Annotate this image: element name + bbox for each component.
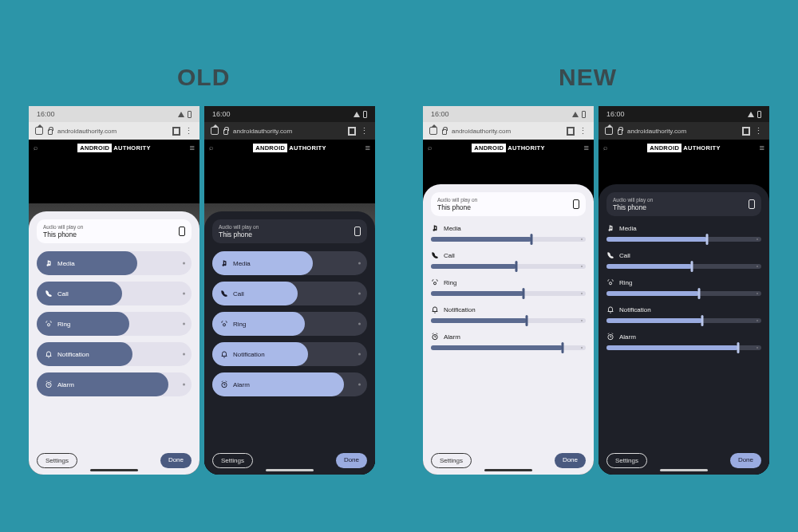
slider-thumb-alarm[interactable] — [561, 342, 563, 353]
slider-thumb-media[interactable] — [531, 234, 533, 245]
slider-ring[interactable]: Ring — [212, 312, 367, 336]
settings-button[interactable]: Settings — [212, 453, 253, 468]
slider-thumb-call[interactable] — [690, 261, 693, 272]
slider-label-alarm: Alarm — [444, 333, 460, 341]
slider-label-ring: Ring — [233, 321, 246, 328]
slider-label-notification: Notification — [233, 351, 265, 358]
slider-label-ring: Ring — [444, 279, 456, 286]
site-banner: ⌕ANDROIDAUTHORITY≡ — [29, 140, 200, 156]
slider-thumb-notification[interactable] — [701, 315, 704, 326]
kebab-icon[interactable]: ⋮ — [754, 129, 763, 132]
phone-new-dark: 16:00androidauthority.com⋮⌕ANDROIDAUTHOR… — [598, 106, 769, 475]
settings-button[interactable]: Settings — [606, 453, 647, 468]
done-button[interactable]: Done — [160, 453, 192, 468]
hamburger-icon[interactable]: ≡ — [760, 145, 764, 151]
slider-track-ring[interactable] — [431, 290, 586, 298]
slider-track-media[interactable] — [606, 235, 761, 243]
volume-panel: Audio will play onThis phoneMediaCallRin… — [204, 211, 375, 475]
slider-track-ring[interactable] — [606, 290, 761, 298]
slider-label-call: Call — [233, 290, 244, 298]
slider-media: Media — [606, 224, 761, 243]
audio-output-chip[interactable]: Audio will play onThis phone — [431, 192, 586, 216]
slider-header-call: Call — [431, 251, 586, 259]
slider-track-notification[interactable] — [431, 317, 586, 325]
address-bar[interactable]: androidauthority.com — [57, 128, 168, 135]
settings-button[interactable]: Settings — [431, 453, 472, 468]
slider-track-call[interactable] — [606, 262, 761, 270]
slider-call[interactable]: Call — [212, 282, 367, 305]
slider-track-call[interactable] — [431, 262, 586, 270]
audio-output-chip[interactable]: Audio will play onThis phone — [212, 219, 367, 243]
done-button[interactable]: Done — [730, 453, 761, 468]
slider-track-alarm[interactable] — [606, 344, 761, 352]
alarm-icon — [606, 333, 614, 341]
tab-icon[interactable] — [173, 128, 180, 135]
site-banner: ⌕ANDROIDAUTHORITY≡ — [423, 140, 594, 156]
heading-new: NEW — [559, 64, 617, 91]
slider-alarm[interactable]: Alarm — [212, 372, 367, 396]
done-button[interactable]: Done — [555, 453, 586, 468]
search-icon[interactable]: ⌕ — [34, 144, 38, 152]
address-bar[interactable]: androidauthority.com — [452, 128, 563, 135]
slider-label-notification: Notification — [444, 306, 476, 313]
nav-handle[interactable] — [660, 469, 708, 471]
slider-fill-ring: Ring — [37, 312, 129, 336]
search-icon[interactable]: ⌕ — [603, 144, 607, 152]
tab-icon[interactable] — [743, 128, 749, 135]
tab-icon[interactable] — [567, 128, 574, 135]
status-icons — [178, 111, 192, 118]
hamburger-icon[interactable]: ≡ — [584, 145, 589, 151]
nav-handle[interactable] — [266, 469, 314, 471]
address-bar[interactable]: androidauthority.com — [233, 128, 344, 135]
phone-old-light: 16:00androidauthority.com⋮⌕ANDROIDAUTHOR… — [29, 106, 200, 475]
slider-media[interactable]: Media — [37, 251, 192, 275]
home-icon[interactable] — [429, 127, 437, 135]
slider-label-media: Media — [233, 260, 251, 267]
hamburger-icon[interactable]: ≡ — [365, 145, 370, 151]
slider-media[interactable]: Media — [212, 251, 367, 275]
tab-icon[interactable] — [349, 128, 355, 135]
slider-thumb-notification[interactable] — [526, 315, 528, 326]
slider-thumb-media[interactable] — [706, 234, 709, 245]
slider-ring[interactable]: Ring — [37, 312, 192, 336]
slider-notification[interactable]: Notification — [37, 342, 192, 366]
phone-icon — [354, 227, 361, 236]
slider-call[interactable]: Call — [37, 282, 192, 305]
done-button[interactable]: Done — [336, 453, 367, 468]
notification-icon — [220, 350, 228, 358]
slider-thumb-ring[interactable] — [523, 288, 525, 299]
home-icon[interactable] — [35, 127, 43, 135]
signal-icon — [572, 112, 579, 117]
kebab-icon[interactable]: ⋮ — [360, 129, 369, 132]
slider-track-alarm[interactable] — [431, 344, 586, 352]
nav-handle[interactable] — [484, 469, 532, 471]
hamburger-icon[interactable]: ≡ — [190, 145, 195, 151]
settings-button[interactable]: Settings — [37, 453, 77, 468]
search-icon[interactable]: ⌕ — [428, 144, 432, 152]
battery-icon — [582, 111, 586, 118]
slider-thumb-call[interactable] — [515, 261, 517, 272]
call-icon — [45, 290, 53, 298]
kebab-icon[interactable]: ⋮ — [579, 129, 587, 132]
audio-output-chip[interactable]: Audio will play onThis phone — [37, 219, 192, 243]
home-icon[interactable] — [211, 127, 219, 135]
slider-alarm[interactable]: Alarm — [37, 372, 192, 396]
status-icons — [748, 111, 761, 118]
kebab-icon[interactable]: ⋮ — [184, 129, 193, 132]
slider-thumb-ring[interactable] — [698, 288, 701, 299]
slider-track-media[interactable] — [431, 235, 586, 243]
media-icon — [606, 224, 614, 232]
slider-fill-media: Media — [212, 251, 313, 275]
slider-thumb-alarm[interactable] — [737, 342, 739, 353]
address-bar[interactable]: androidauthority.com — [627, 128, 738, 135]
search-icon[interactable]: ⌕ — [209, 144, 213, 152]
svg-point-6 — [609, 282, 611, 285]
slider-track-notification[interactable] — [606, 317, 761, 325]
slider-notification[interactable]: Notification — [212, 342, 367, 366]
audio-output-chip[interactable]: Audio will play onThis phone — [606, 192, 761, 216]
slider-fill-notification: Notification — [37, 342, 132, 366]
nav-handle[interactable] — [90, 469, 138, 471]
browser-bar: androidauthority.com⋮ — [423, 122, 594, 140]
slider-ring: Ring — [431, 278, 586, 298]
home-icon[interactable] — [605, 127, 613, 135]
